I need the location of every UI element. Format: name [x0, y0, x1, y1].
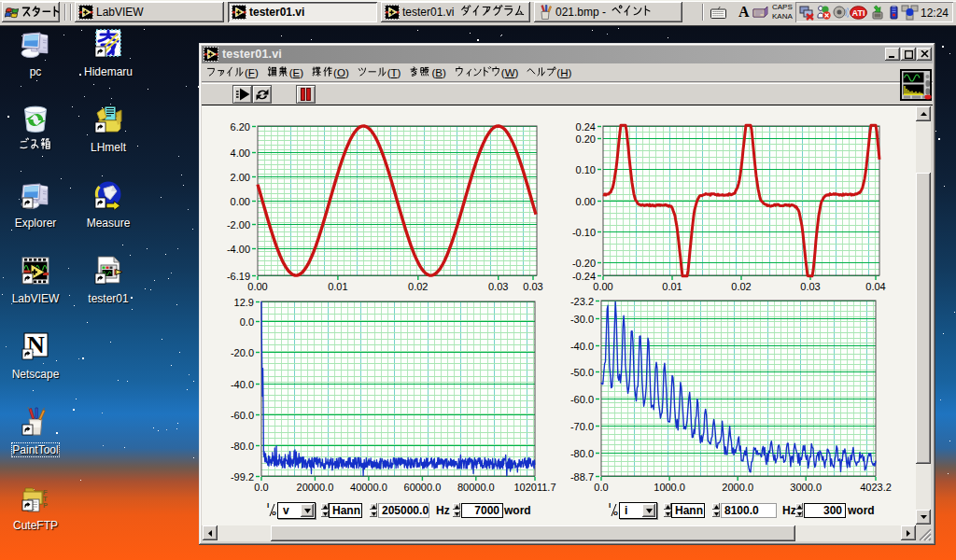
svg-text:-99.2: -99.2: [231, 471, 254, 483]
svg-text:0.24: 0.24: [576, 121, 596, 133]
svg-text:0.00: 0.00: [576, 196, 596, 207]
svg-text:0.03: 0.03: [488, 281, 508, 292]
svg-text:-6.19: -6.19: [227, 271, 250, 282]
svg-text:0.04: 0.04: [865, 281, 885, 292]
svg-text:0.0: 0.0: [594, 482, 608, 493]
svg-text:20000.0: 20000.0: [297, 482, 334, 493]
svg-text:-50.0: -50.0: [570, 367, 594, 378]
svg-text:12.9: 12.9: [234, 297, 254, 308]
svg-text:0.0: 0.0: [254, 482, 268, 493]
svg-text:-2.00: -2.00: [227, 219, 250, 231]
svg-text:-80.0: -80.0: [570, 448, 594, 459]
svg-text:-4.00: -4.00: [227, 244, 250, 255]
svg-text:0.03: 0.03: [523, 281, 542, 292]
svg-text:0.02: 0.02: [731, 281, 751, 292]
svg-text:-60.0: -60.0: [570, 394, 594, 405]
svg-text:3000.0: 3000.0: [790, 482, 822, 493]
svg-text:0.20: 0.20: [576, 133, 596, 145]
svg-text:2000.0: 2000.0: [722, 482, 753, 493]
svg-text:-0.20: -0.20: [572, 258, 596, 269]
svg-text:-70.0: -70.0: [570, 421, 594, 432]
svg-text:1000.0: 1000.0: [654, 482, 685, 493]
svg-text:0.01: 0.01: [662, 281, 682, 292]
svg-text:6.20: 6.20: [231, 121, 250, 133]
svg-text:4023.2: 4023.2: [860, 482, 892, 493]
svg-text:80000.0: 80000.0: [457, 482, 495, 493]
svg-text:-30.0: -30.0: [570, 314, 594, 325]
svg-text:-0.10: -0.10: [572, 227, 596, 238]
svg-text:0.00: 0.00: [247, 281, 267, 292]
svg-text:-0.24: -0.24: [572, 271, 596, 282]
svg-text:0.00: 0.00: [593, 281, 612, 292]
svg-text:-20.0: -20.0: [231, 347, 254, 358]
svg-text:-80.0: -80.0: [231, 441, 254, 452]
svg-text:102011.7: 102011.7: [513, 482, 555, 493]
svg-text:-23.2: -23.2: [570, 296, 594, 307]
svg-text:4.00: 4.00: [231, 147, 250, 159]
svg-text:40000.0: 40000.0: [350, 482, 387, 493]
svg-text:0.01: 0.01: [328, 281, 347, 292]
svg-text:0.0: 0.0: [240, 316, 254, 328]
svg-text:-60.0: -60.0: [231, 410, 254, 421]
svg-text:2.00: 2.00: [231, 172, 250, 183]
svg-text:0.00: 0.00: [231, 196, 250, 207]
svg-text:-40.0: -40.0: [570, 341, 594, 352]
svg-text:-88.7: -88.7: [570, 471, 594, 483]
svg-text:0.10: 0.10: [576, 164, 596, 175]
svg-text:60000.0: 60000.0: [404, 482, 442, 493]
svg-text:0.02: 0.02: [408, 281, 428, 292]
svg-text:-40.0: -40.0: [231, 379, 254, 390]
svg-text:0.03: 0.03: [800, 281, 820, 292]
